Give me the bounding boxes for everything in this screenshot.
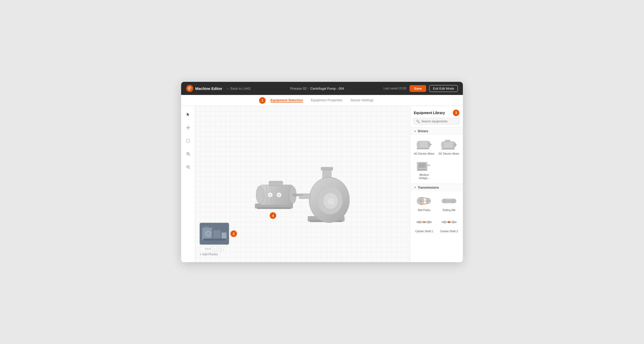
svg-rect-52 xyxy=(429,144,432,145)
svg-rect-69 xyxy=(417,169,427,171)
svg-rect-53 xyxy=(417,148,429,149)
ac-motor-label: AC Electric Motor xyxy=(414,152,434,156)
svg-rect-41 xyxy=(204,238,225,240)
photo-prev-button[interactable]: ‹ xyxy=(212,247,217,251)
drivers-section: ▼ Drivers xyxy=(410,127,463,184)
badge-2: 2 xyxy=(230,230,237,237)
belt-pulley-icon xyxy=(416,195,432,207)
svg-rect-64 xyxy=(445,140,450,142)
dc-motor-label: DC Electric Motor xyxy=(439,152,459,156)
breadcrumb: Process 02 / Centrifugal Pump - 004 xyxy=(251,87,384,90)
svg-point-94 xyxy=(452,221,455,223)
move-tool-button[interactable] xyxy=(184,124,192,132)
dot-2 xyxy=(207,248,209,250)
svg-line-7 xyxy=(189,155,190,156)
svg-rect-3 xyxy=(187,139,190,142)
back-arrow-icon: ← xyxy=(226,87,230,90)
svg-rect-68 xyxy=(423,164,425,167)
machine-assembly[interactable]: 1 2 xyxy=(250,155,346,220)
svg-rect-21 xyxy=(293,194,300,196)
back-to-lake-button[interactable]: ← Back to LAKE xyxy=(226,87,251,90)
tab-equipment-selection[interactable]: Equipment Selection xyxy=(270,98,303,102)
library-item-ac-motor[interactable]: AC Electric Motor xyxy=(413,137,436,157)
last-saved-label: Last saved 15:00 xyxy=(383,87,406,90)
equipment-library-panel: Equipment Library 3 🔍 ▼ Drivers xyxy=(410,106,463,262)
equipment-search[interactable]: 🔍 xyxy=(413,118,460,125)
photo-next-button[interactable]: › xyxy=(219,247,224,251)
library-title: Equipment Library xyxy=(414,111,445,115)
svg-point-87 xyxy=(418,221,421,223)
drivers-label: Drivers xyxy=(418,129,428,133)
dot-1 xyxy=(205,248,207,250)
zoom-in-button[interactable] xyxy=(184,150,192,158)
library-item-cardan-shaft-1[interactable]: Cardan Shaft 1 xyxy=(413,215,436,234)
frame-tool-button[interactable] xyxy=(184,137,192,145)
svg-rect-62 xyxy=(455,144,457,145)
svg-point-19 xyxy=(256,186,264,204)
svg-point-76 xyxy=(427,200,429,202)
svg-rect-67 xyxy=(420,164,422,167)
library-item-rolling-mill[interactable]: Rolling Mill xyxy=(438,194,461,213)
zoom-out-button[interactable] xyxy=(184,163,192,171)
svg-rect-30 xyxy=(321,167,333,170)
tab-sensor-settings[interactable]: Sensor Settings xyxy=(350,98,374,102)
rolling-mill-label: Rolling Mill xyxy=(442,209,455,212)
svg-rect-54 xyxy=(442,142,455,148)
cardan-shaft-2-icon xyxy=(441,216,457,228)
app-title: Machine Editor xyxy=(195,86,222,91)
svg-point-34 xyxy=(328,198,335,205)
belt-pulley-label: Belt Pulley xyxy=(418,209,430,212)
drivers-grid: AC Electric Motor xyxy=(410,135,463,184)
badge-1: 1 xyxy=(259,97,266,104)
library-header: Equipment Library 3 xyxy=(410,106,463,118)
svg-point-50 xyxy=(417,142,419,148)
photo-navigation: ‹ › xyxy=(199,247,229,251)
svg-point-43 xyxy=(207,232,210,235)
svg-rect-40 xyxy=(222,232,226,238)
header-actions: Last saved 15:00 Save Exit Edit Mode xyxy=(383,85,458,92)
transmissions-chevron-icon: ▼ xyxy=(414,186,416,189)
svg-point-88 xyxy=(427,221,430,223)
tab-equipment-properties[interactable]: Equipment Properties xyxy=(311,98,342,102)
transmissions-section-header[interactable]: ▼ Transmissions xyxy=(410,184,463,191)
dot-3 xyxy=(209,248,211,250)
search-input[interactable] xyxy=(421,120,457,123)
drivers-section-header[interactable]: ▼ Drivers xyxy=(410,127,463,135)
badge-3: 3 xyxy=(453,110,459,116)
svg-rect-70 xyxy=(427,165,430,166)
exit-edit-mode-button[interactable]: Exit Edit Mode xyxy=(429,85,458,92)
save-button[interactable]: Save xyxy=(410,85,426,92)
add-photos-button[interactable]: + Add Photos xyxy=(199,253,229,256)
mv-motor-icon xyxy=(416,160,432,172)
photo-dots xyxy=(205,248,211,250)
svg-rect-22 xyxy=(269,181,283,186)
main-layout: 1 2 xyxy=(181,106,463,262)
cardan-shaft-2-label: Cardan Shaft 2 xyxy=(440,230,458,233)
svg-point-0 xyxy=(189,88,190,89)
canvas-area[interactable]: 1 2 xyxy=(195,106,410,262)
svg-rect-44 xyxy=(205,226,208,228)
search-icon: 🔍 xyxy=(416,120,420,123)
svg-point-60 xyxy=(441,142,444,148)
app-logo: Machine Editor xyxy=(186,85,222,92)
svg-rect-39 xyxy=(213,230,220,239)
library-item-dc-motor[interactable]: DC Electric Motor xyxy=(438,137,461,157)
ac-motor-icon xyxy=(416,139,432,151)
library-item-cardan-shaft-2[interactable]: Cardan Shaft 2 xyxy=(438,215,461,234)
photo-thumbnail[interactable] xyxy=(199,222,229,245)
cardan-shaft-1-label: Cardan Shaft 1 xyxy=(415,230,433,233)
dc-motor-icon xyxy=(441,139,457,151)
svg-text:1: 1 xyxy=(269,194,271,196)
left-toolbar xyxy=(181,106,195,262)
badge-4: 4 xyxy=(270,212,276,219)
library-item-belt-pulley[interactable]: Belt Pulley xyxy=(413,194,436,213)
svg-rect-36 xyxy=(300,194,303,195)
svg-line-10 xyxy=(189,168,190,169)
photo-panel: ‹ › + Add Photos xyxy=(199,222,229,256)
tabs-bar: Equipment Selection Equipment Properties… xyxy=(181,95,463,106)
select-tool-button[interactable] xyxy=(184,111,192,119)
svg-point-93 xyxy=(443,221,446,223)
library-item-mv-motor[interactable]: Medium Voltage... xyxy=(413,159,436,181)
app-header: Machine Editor ← Back to LAKE Process 02… xyxy=(181,82,463,95)
svg-rect-12 xyxy=(257,207,291,209)
